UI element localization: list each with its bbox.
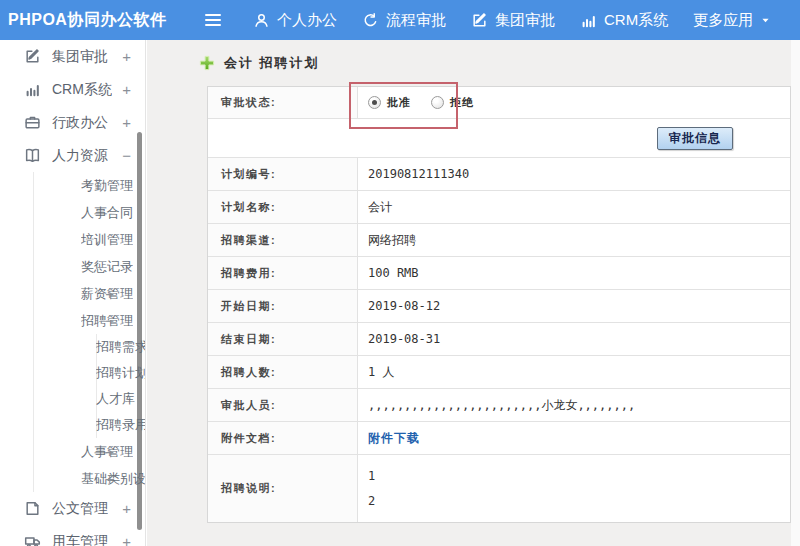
content-right-gutter [791,40,800,546]
expand-icon[interactable]: + [122,113,131,130]
bar-chart-icon [580,12,597,29]
top-nav-menu: 个人办公流程审批集团审批CRM系统更多应用 [253,11,796,30]
sidebar-item-17[interactable]: 公文管理+ [0,492,145,525]
sidebar-item-2[interactable]: CRM系统+ [0,73,145,106]
expand-icon[interactable]: + [122,532,131,546]
sidebar-item-label: CRM系统 [52,81,112,99]
field-row-10: 招聘说明:12 [208,455,790,522]
field-label: 结束日期: [208,323,358,355]
sidebar-item-label: 人事合同 [81,204,133,222]
sidebar-item-9[interactable]: 薪资管理+ [0,280,145,307]
sidebar-item-3[interactable]: 行政办公+ [0,106,145,139]
sidebar-item-12[interactable]: 招聘计划 [0,360,145,386]
sidebar-item-4[interactable]: 人力资源− [0,139,145,172]
expand-icon[interactable]: + [105,442,114,459]
field-label: 附件文档: [208,422,358,454]
sidebar-item-label: 人才库 [96,390,135,408]
expand-icon[interactable]: + [122,47,131,64]
edit-square-icon [24,48,41,65]
field-row-6: 结束日期:2019-08-31 [208,323,790,356]
briefcase-icon [24,114,41,131]
approval-status-row: 审批状态: 批准 拒绝 [208,87,790,119]
sidebar-item-label: 集团审批 [52,48,108,66]
expand-icon[interactable]: + [122,499,131,516]
sidebar-item-15[interactable]: 人事管理+ [0,438,145,465]
sidebar-item-5[interactable]: 考勤管理 [0,172,145,199]
nav-item-label: 更多应用 [693,11,753,30]
approval-form-table: 审批状态: 批准 拒绝 审批信息 计划编号:20190812111340计划名 [207,86,791,523]
sidebar-item-14[interactable]: 招聘录用 [0,412,145,438]
page-title: 会计 招聘计划 [224,54,320,72]
approve-radio[interactable] [368,96,381,109]
sidebar-item-1[interactable]: 集团审批+ [0,40,145,73]
sidebar-item-11[interactable]: 招聘需求 [0,334,145,360]
process-arrow-icon [362,12,379,29]
edit-icon [471,12,488,29]
field-value: 1 人 [358,356,790,388]
sidebar-item-label: 考勤管理 [81,177,133,195]
person-icon [253,12,270,29]
sidebar-item-label: 培训管理 [81,231,133,249]
sidebar-item-10[interactable]: 招聘管理− [0,307,145,334]
reject-radio[interactable] [431,96,444,109]
top-navbar: PHPOA协同办公软件 个人办公流程审批集团审批CRM系统更多应用 [0,0,800,40]
reject-radio-label: 拒绝 [450,95,474,110]
approval-info-button[interactable]: 审批信息 [657,127,733,150]
menu-toggle-icon[interactable] [205,14,221,26]
field-row-8: 审批人员:,,,,,,,,,,,,,,,,,,,,,,,,小龙女,,,,,,,, [208,389,790,422]
reject-option: 拒绝 [431,95,474,110]
bar-chart-icon [24,81,41,98]
field-label: 计划编号: [208,158,358,190]
field-value-line: 2 [368,494,375,508]
field-row-7: 招聘人数:1 人 [208,356,790,389]
nav-item-label: 个人办公 [277,11,337,30]
attachment-download-link[interactable]: 附件下载 [368,430,420,447]
nav-item-5[interactable]: 更多应用 [693,11,771,30]
document-icon [24,500,41,517]
nav-item-2[interactable]: 流程审批 [362,11,446,30]
field-label: 招聘说明: [208,455,358,522]
field-label: 开始日期: [208,290,358,322]
field-row-4: 招聘费用:100 RMB [208,257,790,290]
sidebar-item-18[interactable]: 用车管理+ [0,525,145,546]
book-icon [24,147,41,164]
field-value: 会计 [358,191,790,223]
expand-icon[interactable]: + [105,469,114,486]
approve-radio-label: 批准 [387,95,411,110]
sidebar-item-13[interactable]: 人才库 [0,386,145,412]
field-value: 100 RMB [358,257,790,289]
field-value: 附件下载 [358,422,790,454]
app-title: PHPOA协同办公软件 [8,10,198,31]
truck-icon [24,533,41,546]
page-header: 会计 招聘计划 [199,51,320,75]
collapse-icon[interactable]: − [105,311,114,328]
field-label: 招聘费用: [208,257,358,289]
sidebar-item-7[interactable]: 培训管理 [0,226,145,253]
field-label: 审批人员: [208,389,358,421]
sidebar-item-16[interactable]: 基础类别设置+ [0,465,145,492]
field-row-5: 开始日期:2019-08-12 [208,290,790,323]
nav-item-label: 流程审批 [386,11,446,30]
sidebar-item-8[interactable]: 奖惩记录 [0,253,145,280]
sidebar-item-label: 招聘需求 [96,338,145,356]
sidebar-item-label: 用车管理 [52,533,108,546]
sidebar-item-6[interactable]: 人事合同 [0,199,145,226]
nav-item-1[interactable]: 个人办公 [253,11,337,30]
approval-radio-group: 批准 拒绝 [368,95,486,110]
nav-item-3[interactable]: 集团审批 [471,11,555,30]
field-value: 12 [358,455,790,522]
nav-item-4[interactable]: CRM系统 [580,11,668,30]
sidebar-item-label: 奖惩记录 [81,258,133,276]
green-plus-icon [199,55,215,71]
expand-icon[interactable]: + [122,80,131,97]
sidebar: 集团审批+CRM系统+行政办公+人力资源−考勤管理人事合同培训管理奖惩记录薪资管… [0,40,146,546]
expand-icon[interactable]: + [105,284,114,301]
field-row-3: 招聘渠道:网络招聘 [208,224,790,257]
collapse-icon[interactable]: − [122,146,131,163]
sidebar-item-label: 招聘计划 [96,364,145,382]
field-label: 审批状态: [208,87,358,118]
approve-option: 批准 [368,95,411,110]
field-row-1: 计划编号:20190812111340 [208,158,790,191]
sidebar-item-label: 行政办公 [52,114,108,132]
field-row-2: 计划名称:会计 [208,191,790,224]
